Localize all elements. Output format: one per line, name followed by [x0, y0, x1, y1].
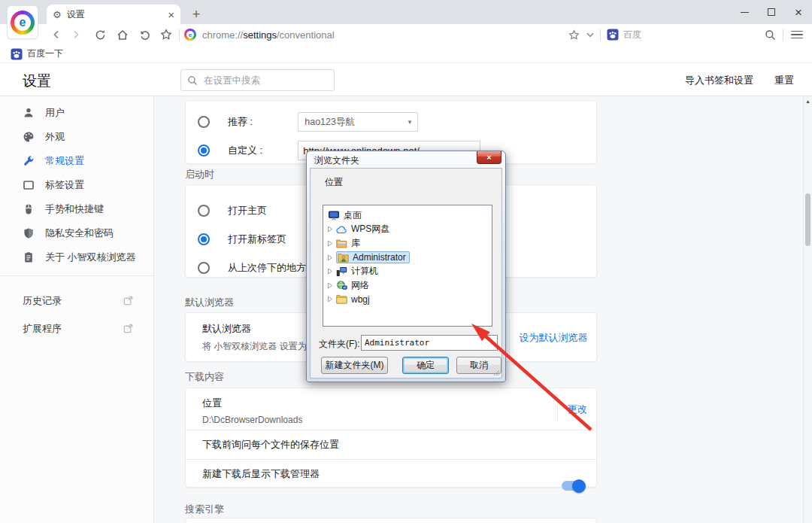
- folder-tree[interactable]: 桌面 WPS网盘 库: [323, 205, 492, 327]
- baidu-search-icon[interactable]: [607, 29, 619, 41]
- forward-button[interactable]: [66, 26, 86, 44]
- selected-tree-item[interactable]: Administrator: [336, 251, 410, 263]
- sidebar-item-general-settings[interactable]: 常规设置: [0, 149, 153, 173]
- radio-icon[interactable]: [198, 262, 210, 274]
- undo-close-tab-button[interactable]: [135, 26, 155, 44]
- startup-option-newtab[interactable]: 打开新标签页: [198, 229, 286, 250]
- baidu-favicon: [11, 48, 23, 60]
- tree-item-computer[interactable]: 计算机: [323, 264, 492, 278]
- gear-icon: ⚙: [53, 9, 62, 20]
- browser-logo[interactable]: e: [7, 5, 38, 39]
- expander-icon[interactable]: [327, 282, 336, 289]
- bookmark-dropdown-icon[interactable]: [583, 32, 597, 38]
- close-icon: ×: [486, 154, 491, 162]
- ok-button[interactable]: 确定: [402, 357, 449, 374]
- window-close-button[interactable]: ×: [785, 0, 812, 24]
- tab-icon: [23, 179, 35, 191]
- back-button[interactable]: [47, 26, 66, 44]
- downloads-card: 位置 D:\DcBrowserDownloads 更改 下载前询问每个文件的保存…: [185, 388, 597, 488]
- search-button[interactable]: [760, 26, 780, 44]
- bookmark-page-button[interactable]: [564, 26, 583, 44]
- tree-item-administrator[interactable]: Administrator: [323, 251, 492, 265]
- recommended-dropdown[interactable]: hao123导航 ▾: [298, 112, 418, 132]
- settings-header: 设置 导入书签和设置 重置: [0, 64, 812, 96]
- sidebar-item-gestures-shortcuts[interactable]: 手势和快捷键: [0, 197, 153, 221]
- sidebar-item-tab-settings[interactable]: 标签设置: [0, 173, 153, 197]
- tree-item-wps-cloud[interactable]: WPS网盘: [323, 223, 492, 237]
- chevron-right-icon: [71, 29, 81, 40]
- tree-item-desktop[interactable]: 桌面: [323, 208, 492, 223]
- refresh-icon: [95, 29, 106, 41]
- settings-search-input[interactable]: [204, 75, 317, 86]
- reset-button[interactable]: 重置: [774, 74, 794, 87]
- expander-icon[interactable]: [327, 296, 336, 303]
- scrollbar-thumb[interactable]: [805, 193, 810, 246]
- dialog-title: 浏览文件夹: [314, 154, 359, 167]
- sidebar-divider: [0, 275, 153, 276]
- sidebar-item-extensions[interactable]: 扩展程序: [0, 315, 153, 342]
- page-scrollbar[interactable]: ▴: [803, 96, 812, 523]
- clipboard-icon: [23, 251, 35, 263]
- address-bar[interactable]: chrome://settings/conventional: [202, 29, 335, 41]
- window-maximize-button[interactable]: [758, 0, 785, 24]
- resize-grip[interactable]: [493, 369, 500, 376]
- section-label-downloads: 下载内容: [185, 370, 224, 384]
- new-tab-button[interactable]: +: [186, 5, 206, 24]
- set-default-browser-button[interactable]: 设为默认浏览器: [509, 313, 598, 363]
- dialog-body: 位置 桌面 WPS网盘: [310, 168, 502, 379]
- tree-item-libraries[interactable]: 库: [323, 236, 492, 251]
- maximize-icon: [768, 8, 775, 16]
- expander-icon[interactable]: [327, 240, 336, 247]
- search-icon: [187, 75, 198, 86]
- home-button[interactable]: [113, 26, 132, 44]
- new-folder-button[interactable]: 新建文件夹(M): [321, 357, 388, 374]
- tab-settings[interactable]: ⚙ 设置 ×: [47, 5, 180, 24]
- toolbar-divider: [600, 29, 601, 41]
- tree-item-network[interactable]: 网络: [323, 278, 492, 293]
- tab-close-icon[interactable]: ×: [168, 9, 174, 20]
- sidebar-item-about[interactable]: 关于 小智双核浏览器: [0, 245, 153, 269]
- folder-name-input[interactable]: [361, 335, 498, 351]
- window-minimize-button[interactable]: [731, 0, 758, 24]
- sidebar-item-privacy-security[interactable]: 隐私安全和密码: [0, 221, 153, 245]
- quick-search-input[interactable]: 百度: [623, 29, 641, 41]
- sidebar-item-appearance[interactable]: 外观: [0, 125, 153, 149]
- scroll-up-icon[interactable]: ▴: [804, 98, 812, 105]
- folder-field-label: 文件夹(F):: [319, 338, 360, 351]
- sidebar-item-history[interactable]: 历史记录: [0, 287, 153, 315]
- person-icon: [23, 107, 35, 119]
- bookmark-item[interactable]: 百度一下: [11, 47, 63, 60]
- tab-strip: ⚙ 设置 × + ×: [0, 0, 812, 24]
- user-folder-icon: [338, 253, 350, 263]
- section-label-default-browser: 默认浏览器: [185, 296, 234, 309]
- refresh-button[interactable]: [90, 26, 110, 44]
- favorites-button[interactable]: [156, 26, 176, 44]
- expander-icon[interactable]: [327, 226, 336, 233]
- settings-search-box[interactable]: [180, 69, 335, 91]
- bookmark-label[interactable]: 百度一下: [27, 47, 63, 60]
- tree-item-wbgj[interactable]: wbgj: [323, 293, 492, 307]
- import-bookmarks-button[interactable]: 导入书签和设置: [685, 74, 753, 87]
- sidebar-item-user[interactable]: 用户: [0, 101, 153, 125]
- radio-icon[interactable]: [198, 205, 210, 217]
- expander-icon[interactable]: [327, 254, 336, 261]
- dialog-close-button[interactable]: ×: [477, 151, 501, 164]
- page-favicon: e: [183, 26, 198, 44]
- change-location-button[interactable]: 更改: [557, 388, 598, 430]
- custom-homepage-radio[interactable]: [198, 144, 210, 157]
- expander-icon[interactable]: [327, 268, 336, 275]
- search-icon: [765, 29, 776, 41]
- chevron-left-icon: [51, 29, 62, 40]
- palette-icon: [23, 131, 35, 143]
- section-label-search-engine: 搜索引擎: [185, 503, 224, 516]
- startup-option-homepage[interactable]: 打开主页: [198, 200, 267, 221]
- network-icon: [336, 281, 349, 290]
- libraries-icon: [336, 239, 349, 248]
- logo-ring-icon: e: [11, 11, 35, 35]
- undo-icon: [139, 29, 151, 41]
- shield-icon: [23, 227, 35, 239]
- radio-icon[interactable]: [198, 233, 210, 245]
- menu-button[interactable]: [791, 31, 803, 39]
- recommended-radio[interactable]: [198, 116, 210, 128]
- browser-window: ⚙ 设置 × + × e: [0, 0, 812, 523]
